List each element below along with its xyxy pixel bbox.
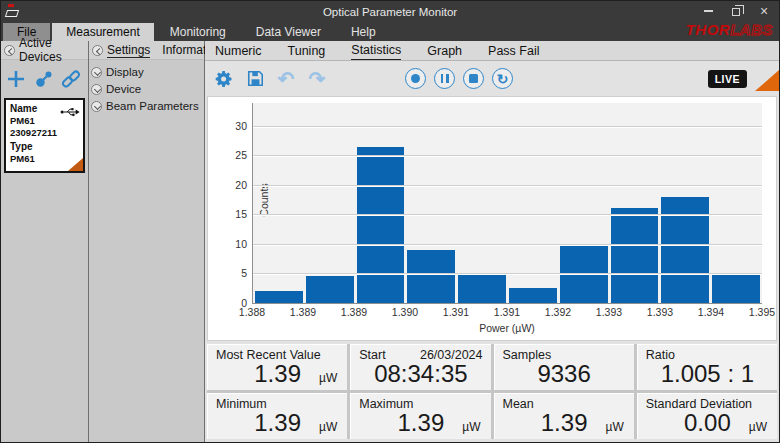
- live-badge: LIVE: [708, 70, 747, 88]
- gridline: [253, 214, 762, 215]
- corner-fold-icon: [755, 70, 779, 91]
- undo-button[interactable]: ↶: [275, 68, 297, 90]
- x-tick-label: 1.393: [596, 306, 622, 318]
- menu-monitoring[interactable]: Monitoring: [156, 23, 240, 41]
- y-tick-label: 25: [221, 150, 247, 161]
- active-devices-title: Active Devices: [19, 36, 85, 64]
- link-device-button[interactable]: [60, 68, 82, 90]
- device-card[interactable]: Name PM61 230927211 Type PM61: [4, 98, 85, 173]
- y-tick-label: 30: [221, 121, 247, 132]
- close-button[interactable]: ×: [757, 5, 771, 17]
- app-window: Optical Parameter Monitor × File Measure…: [0, 0, 780, 443]
- tab-numeric[interactable]: Numeric: [215, 42, 262, 60]
- histogram-bar: [661, 197, 709, 305]
- x-tick-label: 1.391: [494, 306, 520, 318]
- tab-pass-fail[interactable]: Pass Fail: [488, 42, 539, 60]
- histogram-bar: [509, 288, 557, 304]
- x-tick-label: 1.389: [341, 306, 367, 318]
- app-logo-icon: [6, 4, 21, 17]
- add-device-button[interactable]: [5, 68, 27, 90]
- x-tick-label: 1.395: [749, 306, 775, 318]
- app-logo-box: [5, 10, 19, 17]
- tab-statistics[interactable]: Statistics: [351, 41, 401, 60]
- stat-value: 9336: [537, 360, 590, 387]
- tab-graph[interactable]: Graph: [427, 42, 462, 60]
- stat-value: 0.00: [684, 409, 731, 436]
- histogram-bar: [306, 276, 354, 304]
- stat-samples: Samples 9336: [494, 344, 634, 390]
- gridline: [253, 273, 762, 274]
- stat-ratio: Ratio 1.005 : 1: [637, 344, 777, 390]
- histogram-bar: [560, 245, 608, 304]
- x-ticks: 1.3881.3891.3891.3901.3911.3911.3921.393…: [252, 306, 762, 318]
- plus-icon: [6, 69, 26, 89]
- save-button[interactable]: [244, 68, 266, 90]
- stop-button[interactable]: [463, 68, 484, 89]
- restore-button[interactable]: [729, 5, 743, 17]
- group-device-label: Device: [106, 83, 141, 95]
- stat-value: 1.39: [398, 409, 445, 436]
- group-beam-parameters-label: Beam Parameters: [106, 100, 199, 112]
- tab-tuning[interactable]: Tuning: [288, 42, 326, 60]
- stat-value: 1.39: [541, 409, 588, 436]
- pause-icon: [441, 74, 449, 83]
- menu-bar: File Measurement Monitoring Data Viewer …: [1, 23, 779, 41]
- stat-start-time: 08:34:35: [374, 360, 467, 387]
- x-tick-label: 1.390: [392, 306, 418, 318]
- gridline: [253, 126, 762, 127]
- settings-panel: Settings Information Display Device Beam…: [89, 41, 205, 442]
- menu-data-viewer[interactable]: Data Viewer: [242, 23, 335, 41]
- x-axis-label: Power (µW): [252, 322, 762, 334]
- save-icon: [246, 69, 265, 88]
- device-status-corner: [68, 158, 83, 171]
- pause-button[interactable]: [434, 68, 455, 89]
- tab-settings[interactable]: Settings: [107, 43, 150, 58]
- group-display[interactable]: Display: [91, 66, 202, 78]
- group-device[interactable]: Device: [91, 83, 202, 95]
- collapse-panel-icon[interactable]: [92, 45, 103, 56]
- toolbar-right-group: LIVE: [708, 67, 779, 91]
- gridline: [253, 155, 762, 156]
- refresh-button[interactable]: ↻: [492, 68, 513, 89]
- menu-help[interactable]: Help: [337, 23, 390, 41]
- collapse-panel-icon[interactable]: [4, 45, 15, 56]
- x-tick-label: 1.391: [443, 306, 469, 318]
- stat-unit: µW: [462, 420, 480, 434]
- y-tick-label: 5: [221, 268, 247, 279]
- gridline: [253, 244, 762, 245]
- stat-maximum: Maximum 1.39µW: [350, 393, 490, 439]
- record-icon: [411, 74, 420, 83]
- pair-icon: [34, 69, 54, 89]
- stat-standard-deviation: Standard Deviation 0.00µW: [637, 393, 777, 439]
- histogram-bar: [357, 147, 405, 304]
- chevron-down-icon: [91, 67, 102, 78]
- redo-button[interactable]: ↷: [306, 68, 328, 90]
- stat-unit: µW: [319, 371, 337, 385]
- minimize-button[interactable]: [701, 5, 715, 17]
- settings-groups: Display Device Beam Parameters: [89, 60, 204, 118]
- pair-device-button[interactable]: [33, 68, 55, 90]
- statistics-toolbar: ↶ ↷ ↻ LIVE: [205, 61, 779, 96]
- usb-icon: [60, 103, 80, 121]
- stat-mean: Mean 1.39µW: [494, 393, 634, 439]
- redo-icon: ↷: [309, 69, 326, 89]
- y-tick-label: 15: [221, 209, 247, 220]
- thorlabs-logo: THORLABS: [686, 21, 773, 38]
- settings-gear-button[interactable]: [213, 68, 235, 90]
- group-beam-parameters[interactable]: Beam Parameters: [91, 100, 202, 112]
- restore-icon: [732, 8, 740, 16]
- chevron-down-icon: [91, 84, 102, 95]
- stop-icon: [469, 74, 478, 83]
- stat-value: 1.39: [254, 360, 301, 387]
- record-button[interactable]: [405, 68, 426, 89]
- y-tick-label: 20: [221, 180, 247, 191]
- histogram-bar: [712, 274, 760, 304]
- statistics-grid: Most Recent Value 1.39µW Start 26/03/202…: [207, 344, 777, 439]
- x-tick-label: 1.392: [545, 306, 571, 318]
- link-icon: [61, 69, 81, 89]
- stat-most-recent-value: Most Recent Value 1.39µW: [207, 344, 347, 390]
- histogram-bar: [407, 250, 455, 304]
- x-tick-label: 1.393: [647, 306, 673, 318]
- active-devices-panel: Active Devices Name PM61 2309272: [1, 41, 89, 442]
- plot-area: Counts 051015202530: [252, 103, 762, 304]
